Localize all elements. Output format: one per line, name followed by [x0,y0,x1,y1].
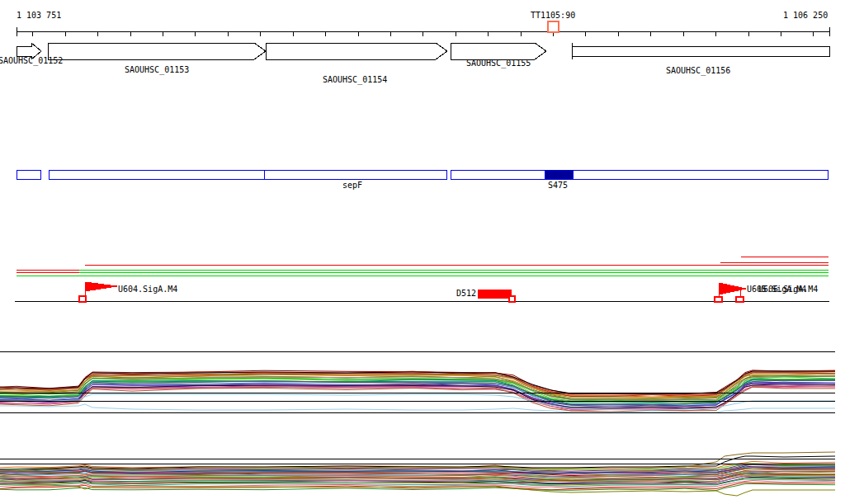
tss-flag-base-1[interactable] [715,297,722,302]
gene-arrow-1[interactable] [48,43,266,59]
tss-flag-pennant-1[interactable] [719,283,746,294]
terminator-marker-label: TT1105:90 [531,11,575,21]
genome-browser-view: 1 103 751 TT1105:90 1 106 250 SAOUHSC_01… [0,0,845,504]
gene-label-saouhsc-01152: SAOUHSC_01152 [0,56,63,66]
tss-flag-pennant-0[interactable] [85,282,117,291]
operon-filled-segment[interactable] [545,170,573,179]
ruler-end-label: 1 106 250 [783,11,828,21]
terminator-d512-box[interactable] [478,290,511,298]
operon-label-sepf: sepF [342,181,362,191]
tss-flag-base-2[interactable] [736,297,744,302]
operon-box-1[interactable] [49,170,446,179]
gene-label-saouhsc-01154: SAOUHSC_01154 [323,75,387,85]
gene-box-4[interactable] [572,46,829,56]
gene-arrow-3[interactable] [451,43,546,59]
gene-arrow-2[interactable] [266,43,447,59]
operon-box-2[interactable] [451,170,828,179]
gene-label-saouhsc-01156: SAOUHSC_01156 [666,66,730,76]
ruler-start-label: 1 103 751 [17,11,61,21]
terminator-d512-base[interactable] [509,296,515,302]
segment-label-s475: S475 [548,181,568,191]
tss-label-u604: U604.SigA.M4 [118,285,177,294]
operon-box-0[interactable] [17,170,40,179]
tss-flag-base-0[interactable] [79,296,86,302]
terminator-label-d512: D512 [456,289,476,299]
tss-label-u606: U606.SigA.M4 [758,285,818,294]
terminator-marker-box[interactable] [548,21,559,32]
gene-label-saouhsc-01155: SAOUHSC_01155 [466,59,531,68]
gene-label-saouhsc-01153: SAOUHSC_01153 [125,65,189,75]
